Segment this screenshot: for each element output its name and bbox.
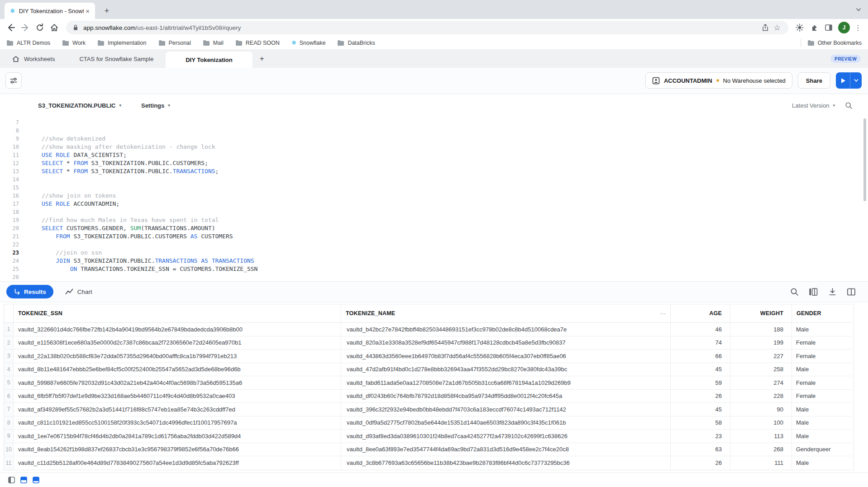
schema-selector[interactable]: S3_TOKENIZATION.PUBLIC ▾ [38,102,121,109]
share-button[interactable]: Share [798,72,830,89]
cell-tokenize_ssn[interactable]: vaultd_3226601d4dc766fbe72fb142b4a90419b… [14,323,341,336]
split-view-icon[interactable] [845,286,857,298]
cell-gender[interactable]: Male [792,430,852,443]
cell-tokenize_name[interactable]: vaultd_8ee0a63f893e7ed3547744f4da69ac9bd… [341,443,671,457]
cell-age[interactable]: 45 [671,403,730,416]
cell-tokenize_name[interactable]: vaultd_443863d3560eee1b64970b83f7dd56af4… [341,350,671,363]
code-line[interactable]: 14 [0,175,868,184]
table-row[interactable]: 10vaultd_8eab154262f1b98d837ef26837cbcb3… [4,443,854,457]
cell-age[interactable]: 59 [671,376,730,390]
code-line[interactable]: 22 [0,241,868,249]
bookmark-item[interactable]: Mail [203,40,224,46]
code-line[interactable]: 13SELECT * FROM S3_TOKENIZATION.PUBLIC.T… [0,167,868,175]
url-bar[interactable]: app.snowflake.com/us-east-1/altrtrial/w4… [66,21,788,34]
extensions-puzzle-icon[interactable] [807,21,821,34]
cell-tokenize_ssn[interactable]: vaultd_8eab154262f1b98d837ef26837cbcb31e… [14,443,341,457]
cell-age[interactable]: 26 [671,456,730,470]
code-line[interactable]: 11USE ROLE DATA_SCIENTIST; [0,151,868,159]
extension-sun-icon[interactable] [793,21,806,34]
results-search-icon[interactable] [788,286,800,298]
table-row[interactable]: 7vaultd_af349289ef55c57682b2a3d51441f716… [4,403,854,416]
sql-editor[interactable]: 789//show detokenized10//show masking af… [0,117,868,281]
code-line[interactable]: 20SELECT CUSTOMERS.GENDER, SUM(TRANSACTI… [0,224,868,232]
bookmark-item[interactable]: ❄Snowflake [291,39,326,46]
cell-tokenize_ssn[interactable]: vaultd_8b11e481647ebbb25e6bef84cf5c00f25… [14,363,341,377]
code-line[interactable]: 12SELECT * FROM S3_TOKENIZATION.PUBLIC.C… [0,159,868,167]
code-line[interactable]: 9//show detokenized [0,135,868,143]
cell-age[interactable]: 63 [671,443,730,457]
cell-weight[interactable]: 227 [730,350,792,363]
cell-tokenize_name[interactable]: vaultd_fabd611ada5e0aa12708508e72a1d67b5… [341,376,671,390]
cell-gender[interactable]: Female [792,350,852,363]
table-row[interactable]: 11vaultd_c11d25b5128af00e464d89d77838490… [4,456,854,470]
cell-weight[interactable]: 113 [730,430,792,443]
side-panel-icon[interactable] [822,21,835,34]
bookmark-star-icon[interactable]: ☆ [771,22,783,33]
table-row[interactable]: 9vaultd_1ee7e06715b94f78cf46d4b2db0a2841… [4,430,854,443]
table-row[interactable]: 1vaultd_3226601d4dc766fbe72fb142b4a90419… [4,323,854,336]
tab-results[interactable]: Results [6,285,53,298]
run-options-button[interactable] [850,72,862,89]
toggle-results-panel-icon[interactable] [32,476,40,484]
column-menu-icon[interactable]: ⋯ [660,310,666,317]
column-header-gender[interactable]: GENDER [792,304,852,323]
editor-scrollbar[interactable] [863,118,866,201]
cell-age[interactable]: 58 [671,416,730,430]
cell-tokenize_ssn[interactable]: vaultd_1ee7e06715b94f78cf46d4b2db0a2841a… [14,430,341,443]
bookmark-item[interactable]: DataBricks [337,40,375,46]
cell-gender[interactable]: Female [792,376,852,390]
cell-weight[interactable]: 258 [730,363,792,377]
editor-search-icon[interactable] [845,102,853,109]
bookmark-item[interactable]: ALTR Demos [6,40,50,46]
browser-menu-icon[interactable]: ⋮ [854,24,862,32]
cell-tokenize_name[interactable]: vaultd_b42bc27e7842fbbff4b82503448693151… [341,323,671,336]
tab-close-icon[interactable]: × [84,7,91,15]
forward-icon[interactable] [19,21,32,34]
code-line[interactable]: 18 [0,208,868,216]
cell-gender[interactable]: Male [792,456,852,470]
cell-tokenize_ssn[interactable]: vaultd_599887e6605fe792032d91c43d02a21eb… [14,376,341,390]
cell-tokenize_ssn[interactable]: vaultd_e1156308f1ece680a35e0000d2c7387c8… [14,336,341,350]
cell-weight[interactable]: 100 [730,416,792,430]
worksheet-tab[interactable]: Worksheets [0,50,67,68]
cell-tokenize_ssn[interactable]: vaultd_af349289ef55c57682b2a3d51441f716f… [14,403,341,416]
tabstrip-chevron-icon[interactable] [855,6,862,13]
cell-weight[interactable]: 199 [730,336,792,350]
code-line[interactable]: 16//show join on tokens [0,192,868,200]
bookmark-item[interactable]: Work [62,40,86,46]
bookmark-item[interactable]: READ SOON [235,40,280,46]
share-page-icon[interactable] [759,22,771,33]
run-button[interactable] [836,72,850,89]
column-header-tokenize_ssn[interactable]: TOKENIZE_SSN [14,304,341,323]
reload-icon[interactable] [33,21,46,34]
table-row[interactable]: 2vaultd_e1156308f1ece680a35e0000d2c7387c… [4,336,854,350]
code-line[interactable]: 26 [0,273,868,281]
cell-gender[interactable]: Male [792,363,852,377]
table-row[interactable]: 6vaultd_6fb5ff7b5f07def1e9d9be323d168ae5… [4,390,854,403]
cell-weight[interactable]: 228 [730,390,792,403]
cell-age[interactable]: 66 [671,350,730,363]
cell-weight[interactable]: 274 [730,376,792,390]
cell-tokenize_ssn[interactable]: vaultd_c811c101921ed855cc5100158f20f393c… [14,416,341,430]
code-line[interactable]: 24 JOIN S3_TOKENIZATION.PUBLIC.TRANSACTI… [0,257,868,265]
cell-gender[interactable]: Male [792,403,852,416]
code-line[interactable]: 7 [0,118,868,127]
new-worksheet-button[interactable]: + [253,50,272,68]
cell-gender[interactable]: Female [792,336,852,350]
bookmark-item[interactable]: Personal [158,40,191,46]
bookmark-item[interactable]: Implementation [97,40,146,46]
cell-weight[interactable]: 188 [730,323,792,336]
column-header-weight[interactable]: WEIGHT [730,304,792,323]
cell-age[interactable]: 26 [671,390,730,403]
cell-tokenize_name[interactable]: vaultd_820a31e3308a3528ef9df65445947cf98… [341,336,671,350]
code-line[interactable]: 21 FROM S3_TOKENIZATION.PUBLIC.CUSTOMERS… [0,232,868,241]
context-selector-button[interactable]: ACCOUNTADMIN No Warehouse selected [645,72,792,89]
back-icon[interactable] [5,21,17,34]
cell-tokenize_ssn[interactable]: vaultd_6fb5ff7b5f07def1e9d9be323d168ae5b… [14,390,341,403]
cell-weight[interactable]: 111 [730,456,792,470]
code-line[interactable]: 19//find how much Males in Texas have sp… [0,216,868,224]
toggle-editor-panel-icon[interactable] [19,476,28,484]
cell-tokenize_name[interactable]: vaultd_396c32f2932e94bedb0bb48ebdd7f4703… [341,403,671,416]
home-icon[interactable] [48,21,61,34]
table-row[interactable]: 4vaultd_8b11e481647ebbb25e6bef84cf5c00f2… [4,363,854,377]
